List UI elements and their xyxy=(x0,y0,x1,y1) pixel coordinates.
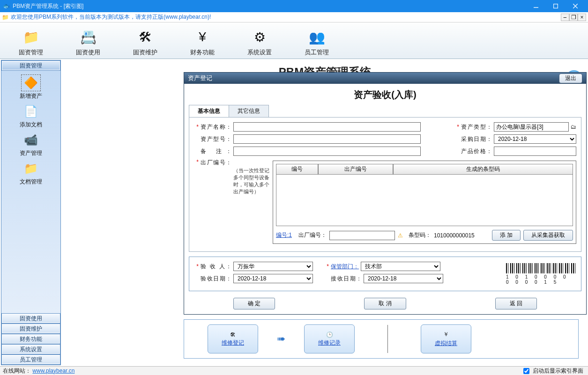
ok-button[interactable]: 确 定 xyxy=(233,298,275,309)
tb-employee[interactable]: 👥员工管理 xyxy=(305,24,329,57)
side-add-asset-label: 新增资产 xyxy=(20,92,42,100)
sn-prefix-link[interactable]: 编号:1 xyxy=(276,231,292,239)
clock-icon: 🕒 xyxy=(326,331,333,338)
tb-asset-use-icon: 📇 xyxy=(79,28,97,46)
side-asset-mgr-label: 资产管理 xyxy=(20,149,42,157)
window-title: PBM资产管理系统 - [索引图] xyxy=(13,2,83,10)
tb-finance-label: 财务功能 xyxy=(190,48,215,57)
from-collector-button[interactable]: 从采集器获取 xyxy=(523,230,573,241)
show-index-text: 启动后显示索引界面 xyxy=(533,367,583,375)
barcode-label: 条型码： xyxy=(409,231,431,239)
tb-employee-label: 员工管理 xyxy=(305,48,329,57)
window-close-button[interactable] xyxy=(566,0,585,12)
asset-type-picker-icon[interactable]: 🗂 xyxy=(571,124,576,130)
receiver-label: 验 收 人： xyxy=(201,263,231,271)
yen-icon: ￥ xyxy=(443,331,449,338)
factory-sn-label: 出厂编号： xyxy=(201,159,231,167)
notice-text: 欢迎您使用PBM系列软件，当前版本为测试版本，请支持正版(www.playbea… xyxy=(11,13,211,21)
warning-icon: ⚠ xyxy=(398,232,403,239)
show-index-checkbox[interactable] xyxy=(523,368,529,374)
asset-type-label: 资产类型： xyxy=(461,123,492,131)
side-add-asset[interactable]: 🔶新增资产 xyxy=(20,74,42,100)
recv-date-label: 接收日期： xyxy=(331,275,362,283)
window-maximize-button[interactable] xyxy=(546,0,566,12)
mdi-restore-button[interactable]: ❐ xyxy=(569,14,578,21)
tab-other-info[interactable]: 其它信息 xyxy=(229,105,269,117)
nav-system[interactable]: 系统设置 xyxy=(1,344,60,354)
main-toolbar: 📁固资管理📇固资使用🛠固资维护¥财务功能⚙系统设置👥员工管理 xyxy=(0,22,588,59)
tb-finance-icon: ¥ xyxy=(193,28,212,46)
card-repair-record[interactable]: 🕒 维修记录 xyxy=(304,324,355,353)
remark-label: 备 注： xyxy=(201,147,231,155)
side-add-asset-icon: 🔶 xyxy=(21,74,41,91)
tb-employee-icon: 👥 xyxy=(307,28,326,46)
nav-finance[interactable]: 财务功能 xyxy=(1,334,60,344)
menu-bar: 📁 欢迎您使用PBM系列软件，当前版本为测试版本，请支持正版(www.playb… xyxy=(0,12,588,22)
card-repair-register-link[interactable]: 维修登记 xyxy=(222,339,244,347)
sidebar: 固资管理 🔶新增资产📄添加文档📹资产管理📁文档管理 固资使用 固资维护 财务功能… xyxy=(1,60,61,365)
nav-asset-maint[interactable]: 固资维护 xyxy=(1,324,60,334)
card-virtual-settle[interactable]: ￥ 虚拟结算 xyxy=(421,324,471,353)
col-barcode: 生成的条型码 xyxy=(393,164,573,175)
tb-system[interactable]: ⚙系统设置 xyxy=(247,24,272,57)
mdi-close-button[interactable]: × xyxy=(578,14,586,21)
nav-asset-use[interactable]: 固资使用 xyxy=(1,313,60,324)
check-date-label: 验收日期： xyxy=(201,275,231,283)
factory-list-header: 编号 出产编号 生成的条型码 xyxy=(276,164,573,175)
add-button[interactable]: 添 加 xyxy=(492,230,521,241)
price-input[interactable] xyxy=(494,147,576,156)
asset-model-label: 资产型号： xyxy=(201,135,231,143)
app-icon: 🐟 xyxy=(3,3,10,9)
recv-date-select[interactable]: 2020-12-18 xyxy=(364,274,443,283)
side-add-doc[interactable]: 📄添加文档 xyxy=(20,103,42,129)
back-button[interactable]: 返 回 xyxy=(495,298,537,309)
sidebar-panel: 🔶新增资产📄添加文档📹资产管理📁文档管理 xyxy=(1,71,60,313)
nav-employee[interactable]: 员工管理 xyxy=(1,354,60,365)
barcode-preview: 1 0 1 0 0 0 0 0 0 0 0 1 5 xyxy=(506,263,576,285)
tab-basic-info[interactable]: 基本信息 xyxy=(189,105,229,117)
wrench-icon: 🛠 xyxy=(230,331,236,338)
factory-list-body[interactable] xyxy=(276,175,573,226)
side-doc-mgr-label: 文档管理 xyxy=(20,178,42,186)
dialog-exit-button[interactable]: 退出 xyxy=(559,74,582,83)
asset-name-input[interactable] xyxy=(233,122,421,132)
tb-system-icon: ⚙ xyxy=(250,28,269,46)
dept-label-link[interactable]: 保管部门： xyxy=(331,263,359,271)
workflow-cards: 🛠 维修登记 ➠ 🕒 维修记录 ￥ 虚拟结算 xyxy=(184,319,579,359)
side-asset-mgr[interactable]: 📹资产管理 xyxy=(20,132,42,157)
card-repair-record-link[interactable]: 维修记录 xyxy=(318,339,341,347)
remark-input[interactable] xyxy=(233,147,421,156)
asset-model-input[interactable] xyxy=(233,134,421,144)
nav-asset-manage[interactable]: 固资管理 xyxy=(1,60,60,71)
tb-finance[interactable]: ¥财务功能 xyxy=(190,24,215,57)
col-factory-sn: 出产编号 xyxy=(318,164,393,175)
card-divider xyxy=(387,325,388,353)
barcode-bars xyxy=(506,263,576,273)
dialog-heading: 资产验收(入库) xyxy=(189,86,581,105)
sn-out-input[interactable] xyxy=(329,231,395,240)
tb-asset-use[interactable]: 📇固资使用 xyxy=(76,24,100,57)
mdi-minimize-button[interactable]: ‒ xyxy=(561,14,569,21)
dept-select[interactable]: 技术部 xyxy=(361,262,440,271)
check-date-select[interactable]: 2020-12-18 xyxy=(233,274,313,283)
arrow-icon: ➠ xyxy=(277,333,285,345)
sn-out-label: 出厂编号： xyxy=(298,231,327,239)
dialog-titlebar: 资产登记 退出 xyxy=(184,73,586,84)
purchase-date-select[interactable]: 2020-12-18 xyxy=(494,134,576,144)
window-minimize-button[interactable] xyxy=(526,0,546,12)
card-repair-register[interactable]: 🛠 维修登记 xyxy=(208,324,258,353)
asset-type-input[interactable] xyxy=(494,122,569,132)
side-add-doc-label: 添加文档 xyxy=(20,121,42,129)
window-titlebar: 🐟 PBM资产管理系统 - [索引图] xyxy=(0,0,588,12)
status-site-link[interactable]: www.playbear.cn xyxy=(32,368,74,374)
cancel-button[interactable]: 取 消 xyxy=(364,298,406,309)
side-doc-mgr[interactable]: 📁文档管理 xyxy=(20,160,42,186)
tb-asset-manage-icon: 📁 xyxy=(22,28,40,46)
card-virtual-settle-link[interactable]: 虚拟结算 xyxy=(435,339,457,347)
tb-asset-manage[interactable]: 📁固资管理 xyxy=(19,24,43,57)
show-index-checkbox-label[interactable]: 启动后显示索引界面 xyxy=(521,367,583,375)
dialog-title: 资产登记 xyxy=(188,74,212,82)
factory-sn-help: （当一次性登记多个同型号设备时，可输入多个出产编号） xyxy=(233,159,270,244)
tb-asset-maint[interactable]: 🛠固资维护 xyxy=(133,24,157,57)
receiver-select[interactable]: 万振华 xyxy=(233,262,313,271)
